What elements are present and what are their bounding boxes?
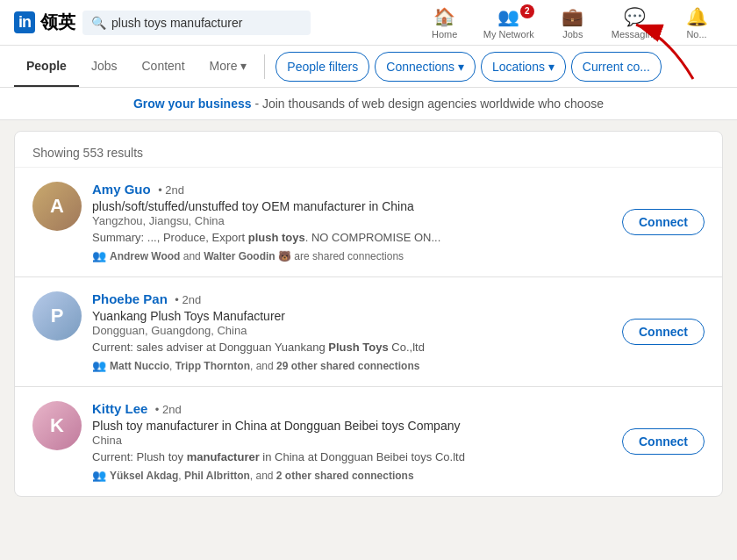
avatar-amy-guo: A <box>32 182 82 231</box>
nav-item-messaging[interactable]: 💬 Messaging <box>603 6 667 39</box>
promo-link[interactable]: Grow your business <box>133 97 252 111</box>
person-location-kitty-lee: China <box>92 434 612 447</box>
person-title-amy-guo: plush/soft/stuffed/unstuffed toy OEM man… <box>92 199 612 213</box>
shared-icon-kitty: 👥 <box>92 469 106 482</box>
person-summary-kitty-lee: Current: Plush toy manufacturer in China… <box>92 450 612 463</box>
person-title-phoebe-pan: Yuankang Plush Toys Manufacturer <box>92 309 612 323</box>
nav-item-network[interactable]: 👥 2 My Network <box>475 6 543 39</box>
shared-text-kitty: Yüksel Akdag, Phil Albritton, and 2 othe… <box>110 470 414 482</box>
nav-items: 🏠 Home 👥 2 My Network 💼 Jobs 💬 Messaging… <box>419 6 723 39</box>
shared-text-amy: Andrew Wood and Walter Goodin 🐻 are shar… <box>110 250 404 262</box>
connect-button-kitty-lee[interactable]: Connect <box>622 428 705 455</box>
shared-text-phoebe: Matt Nuccio, Tripp Thornton, and 29 othe… <box>110 360 419 372</box>
person-card-amy-guo: A Amy Guo • 2nd plush/soft/stuffed/unstu… <box>15 168 722 277</box>
search-bar[interactable]: 🔍 <box>82 11 311 35</box>
notifications-icon: 🔔 <box>686 6 708 27</box>
network-badge: 2 <box>520 4 534 18</box>
person-title-kitty-lee: Plush toy manufacturer in China at Dongg… <box>92 419 612 433</box>
shared-connections-amy-guo: 👥 Andrew Wood and Walter Goodin 🐻 are sh… <box>92 249 612 262</box>
tab-content[interactable]: Content <box>129 47 197 87</box>
person-info-amy-guo: Amy Guo • 2nd plush/soft/stuffed/unstuff… <box>92 182 612 262</box>
shared-connections-phoebe-pan: 👥 Matt Nuccio, Tripp Thornton, and 29 ot… <box>92 359 612 372</box>
linkedin-logo-icon: in <box>14 11 35 33</box>
tab-more[interactable]: More ▾ <box>197 47 260 87</box>
person-name-phoebe-pan[interactable]: Phoebe Pan • 2nd <box>92 291 612 307</box>
nav-network-label: My Network <box>483 29 534 39</box>
connect-button-amy-guo[interactable]: Connect <box>622 209 705 235</box>
results-container: Showing 553 results A Amy Guo • 2nd plus… <box>14 131 723 497</box>
avatar-kitty-lee: K <box>32 401 82 450</box>
person-card-phoebe-pan: P Phoebe Pan • 2nd Yuankang Plush Toys M… <box>15 277 722 387</box>
connect-button-phoebe-pan[interactable]: Connect <box>622 319 705 345</box>
tab-people[interactable]: People <box>14 47 79 87</box>
nav-item-jobs[interactable]: 💼 Jobs <box>547 6 599 39</box>
nav-home-label: Home <box>432 29 457 39</box>
dropdown-connections[interactable]: Connections ▾ <box>375 52 476 82</box>
messaging-icon: 💬 <box>624 6 646 27</box>
nav-item-home[interactable]: 🏠 Home <box>419 6 471 39</box>
shared-icon-amy: 👥 <box>92 249 106 262</box>
network-icon: 👥 <box>497 6 519 27</box>
person-location-amy-guo: Yangzhou, Jiangsu, China <box>92 214 612 227</box>
dropdown-current-company[interactable]: Current co... <box>571 52 662 82</box>
logo-area[interactable]: in 领英 <box>14 11 75 34</box>
nav-jobs-label: Jobs <box>562 29 583 39</box>
shared-icon-phoebe: 👥 <box>92 359 106 372</box>
person-summary-phoebe-pan: Current: sales adviser at Dongguan Yuank… <box>92 341 612 354</box>
divider <box>264 54 265 79</box>
person-info-kitty-lee: Kitty Lee • 2nd Plush toy manufacturer i… <box>92 401 612 482</box>
person-name-amy-guo[interactable]: Amy Guo • 2nd <box>92 182 612 197</box>
shared-connections-kitty-lee: 👥 Yüksel Akdag, Phil Albritton, and 2 ot… <box>92 469 612 482</box>
nav-item-notifications[interactable]: 🔔 No... <box>670 6 723 39</box>
tab-jobs[interactable]: Jobs <box>79 47 130 87</box>
filter-bar: People Jobs Content More ▾ People filter… <box>0 46 737 88</box>
search-icon: 🔍 <box>91 16 106 30</box>
top-navigation: in 领英 🔍 🏠 Home 👥 2 My Network 💼 Jobs 💬 <box>0 0 737 46</box>
person-card-kitty-lee: K Kitty Lee • 2nd Plush toy manufacturer… <box>15 387 722 496</box>
search-input[interactable] <box>111 16 302 30</box>
dropdown-people-filters[interactable]: People filters <box>275 52 369 82</box>
promo-banner: Grow your business - Join thousands of w… <box>0 88 737 120</box>
avatar-phoebe-pan: P <box>32 291 82 341</box>
dropdown-locations[interactable]: Locations ▾ <box>481 52 566 82</box>
promo-text: - Join thousands of web design agencies … <box>252 97 605 111</box>
jobs-icon: 💼 <box>562 6 583 27</box>
nav-notifications-label: No... <box>686 29 706 39</box>
logo-cn-text: 领英 <box>40 11 75 34</box>
person-name-kitty-lee[interactable]: Kitty Lee • 2nd <box>92 401 612 417</box>
nav-messaging-label: Messaging <box>612 29 658 39</box>
person-summary-amy-guo: Summary: ..., Produce, Export plush toys… <box>92 231 612 244</box>
results-count: Showing 553 results <box>15 132 722 168</box>
home-icon: 🏠 <box>433 6 455 27</box>
person-location-phoebe-pan: Dongguan, Guangdong, China <box>92 324 612 337</box>
person-info-phoebe-pan: Phoebe Pan • 2nd Yuankang Plush Toys Man… <box>92 291 612 372</box>
